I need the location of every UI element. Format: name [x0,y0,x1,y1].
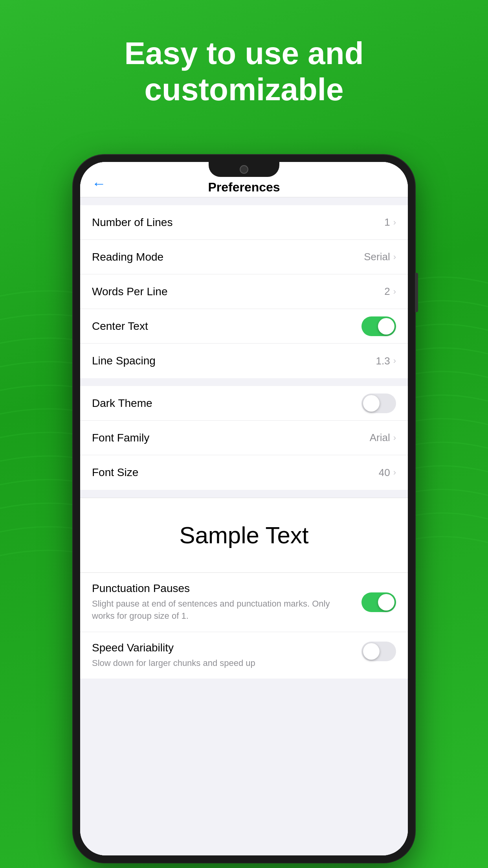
center-text-toggle[interactable] [361,316,396,336]
font-family-label: Font Family [92,432,149,444]
font-size-label: Font Size [92,466,138,479]
words-per-line-val: 2 [384,285,390,298]
punctuation-pauses-toggle[interactable] [361,592,396,612]
chevron-icon: › [393,217,396,228]
speed-variability-content: Speed Variability Slow down for larger c… [92,642,361,669]
speed-variability-toggle[interactable] [361,642,396,661]
font-size-value: 40 › [379,467,396,479]
settings-section-2: Dark Theme Font Family Arial › [80,386,408,490]
phone-outer: ← Preferences Number of Lines 1 › [73,155,415,862]
sample-text-area: Sample Text [80,498,408,573]
chevron-icon-3: › [393,287,396,297]
phone-power-button [415,273,418,312]
phone-notch [209,162,279,177]
chevron-icon-6: › [393,467,396,478]
reading-mode-label: Reading Mode [92,251,163,263]
camera-dot [240,165,248,174]
number-of-lines-value: 1 › [384,216,396,228]
settings-body: Number of Lines 1 › Reading Mode Serial … [80,197,408,855]
number-of-lines-row[interactable]: Number of Lines 1 › [80,205,408,240]
font-size-row[interactable]: Font Size 40 › [80,455,408,490]
line-spacing-val: 1.3 [376,355,390,367]
page-title: Preferences [208,180,280,195]
number-of-lines-label: Number of Lines [92,216,172,229]
toggle-thumb [378,318,394,335]
header-line1: Easy to use and [124,36,363,71]
punctuation-pauses-label: Punctuation Pauses [92,582,354,595]
settings-section-1: Number of Lines 1 › Reading Mode Serial … [80,205,408,378]
punctuation-pauses-row: Punctuation Pauses Slight pause at end o… [80,573,408,632]
sample-text: Sample Text [179,522,308,549]
speed-variability-row: Speed Variability Slow down for larger c… [80,632,408,679]
words-per-line-value: 2 › [384,285,396,298]
reading-mode-value: Serial › [364,251,396,263]
font-size-val: 40 [379,467,390,479]
header-text: Easy to use and customizable [106,35,382,108]
reading-mode-row[interactable]: Reading Mode Serial › [80,240,408,274]
dark-theme-label: Dark Theme [92,397,152,410]
reading-mode-val: Serial [364,251,390,263]
font-family-value: Arial › [370,432,396,444]
line-spacing-row[interactable]: Line Spacing 1.3 › [80,344,408,378]
number-of-lines-val: 1 [384,216,390,228]
toggle-thumb-3 [378,594,394,611]
font-family-row[interactable]: Font Family Arial › [80,421,408,455]
speed-variability-label: Speed Variability [92,642,354,654]
screen-content: ← Preferences Number of Lines 1 › [80,162,408,855]
phone-mockup: ← Preferences Number of Lines 1 › [73,155,415,862]
settings-section-3: Punctuation Pauses Slight pause at end o… [80,573,408,679]
phone-inner: ← Preferences Number of Lines 1 › [80,162,408,855]
chevron-icon-2: › [393,252,396,262]
dark-theme-row: Dark Theme [80,386,408,421]
punctuation-pauses-sublabel: Slight pause at end of sentences and pun… [92,598,354,622]
center-text-label: Center Text [92,320,148,333]
back-button[interactable]: ← [92,175,106,192]
toggle-thumb-2 [363,395,380,412]
words-per-line-row[interactable]: Words Per Line 2 › [80,274,408,309]
words-per-line-label: Words Per Line [92,285,167,298]
center-text-row: Center Text [80,309,408,344]
chevron-icon-5: › [393,433,396,443]
line-spacing-value: 1.3 › [376,355,396,367]
header-line2: customizable [145,72,344,107]
toggle-thumb-4 [363,643,380,660]
punctuation-pauses-content: Punctuation Pauses Slight pause at end o… [92,582,361,622]
font-family-val: Arial [370,432,390,444]
line-spacing-label: Line Spacing [92,355,156,367]
speed-variability-sublabel: Slow down for larger chunks and speed up [92,657,354,669]
dark-theme-toggle[interactable] [361,394,396,413]
chevron-icon-4: › [393,356,396,366]
